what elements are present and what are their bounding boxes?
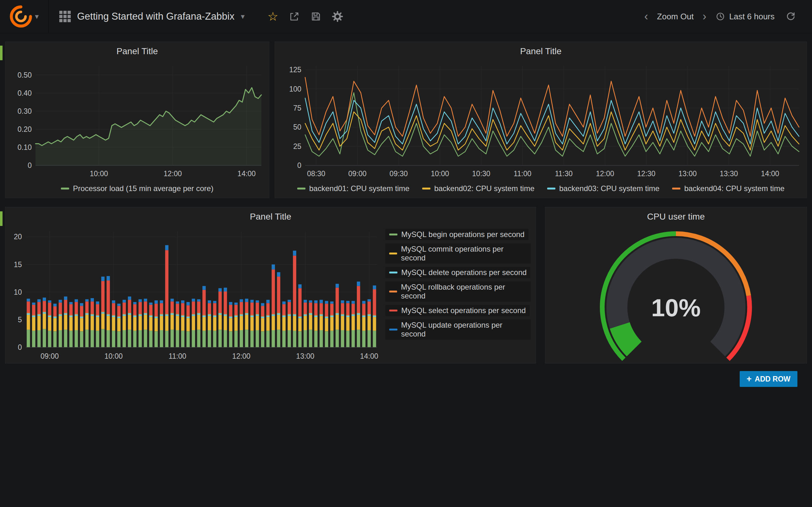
legend-item[interactable]: Processor load (15 min average per core) (61, 184, 213, 193)
svg-text:5: 5 (18, 316, 22, 324)
grafana-menu-button[interactable]: ▾ (0, 0, 49, 33)
legend-color-dash (389, 309, 397, 312)
legend-label: MySQL select operations per second (401, 306, 526, 315)
panel-title[interactable]: Panel Title (275, 42, 807, 61)
time-range-label: Last 6 hours (729, 12, 774, 21)
legend-color-dash (389, 252, 397, 255)
svg-text:0: 0 (28, 161, 32, 170)
chart-area: 0510152009:0010:0011:0012:0013:0014:00 (5, 226, 384, 363)
svg-text:50: 50 (293, 123, 301, 131)
time-shift-forward-button[interactable]: › (701, 11, 708, 22)
svg-text:09:00: 09:00 (41, 352, 59, 360)
svg-text:10:30: 10:30 (472, 170, 490, 178)
svg-text:08:30: 08:30 (307, 170, 325, 178)
mysql-operations-chart[interactable]: 0510152009:0010:0011:0012:0013:0014:00 (5, 226, 384, 362)
svg-text:14:00: 14:00 (238, 170, 256, 178)
legend-color-dash (547, 187, 555, 189)
legend-item[interactable]: backend02: CPU system time (422, 184, 535, 193)
time-controls: ‹ Zoom Out › Last 6 hours (642, 7, 812, 26)
svg-text:100: 100 (289, 85, 301, 93)
refresh-button[interactable] (781, 7, 800, 26)
svg-text:25: 25 (293, 142, 301, 151)
gear-icon (332, 11, 343, 22)
legend-item[interactable]: MySQL select operations per second (386, 305, 530, 316)
legend-color-dash (389, 329, 397, 331)
plus-icon: + (747, 375, 752, 383)
add-row-label: ADD ROW (755, 375, 791, 383)
row-handle[interactable] (0, 46, 3, 60)
legend-label: MySQL begin operations per second (401, 230, 525, 239)
legend-color-dash (389, 272, 397, 274)
processor-load-chart[interactable]: 00.100.200.300.400.5010:0012:0014:00 (5, 61, 269, 181)
svg-text:09:30: 09:30 (390, 170, 408, 178)
legend-color-dash (389, 291, 397, 292)
time-shift-back-button[interactable]: ‹ (642, 11, 650, 22)
star-button[interactable]: ☆ (264, 7, 282, 26)
chevron-right-icon: › (703, 10, 706, 23)
legend-item[interactable]: backend01: CPU system time (297, 184, 409, 193)
cpu-user-time-gauge[interactable]: 10% (545, 226, 807, 361)
legend-item[interactable]: MySQL delete operations per second (386, 267, 530, 278)
panel-cpu-system-time: Panel Title 025507510012508:3009:0009:30… (275, 42, 807, 198)
zoom-out-button[interactable]: Zoom Out (654, 10, 696, 23)
svg-text:12:30: 12:30 (637, 170, 656, 178)
legend-color-dash (297, 187, 305, 189)
legend-item[interactable]: MySQL update operations per second (386, 320, 531, 340)
navbar: ▾ Getting Started with Grafana-Zabbix ▾ … (0, 0, 812, 33)
legend-color-dash (389, 233, 397, 235)
legend-label: backend04: CPU system time (684, 184, 784, 193)
legend-item[interactable]: backend04: CPU system time (672, 184, 784, 193)
dashboard-title-button[interactable]: Getting Started with Grafana-Zabbix ▾ (49, 11, 255, 22)
legend-label: Processor load (15 min average per core) (73, 184, 213, 193)
svg-text:14:00: 14:00 (761, 170, 779, 178)
legend-item[interactable]: MySQL rollback operations per second (386, 281, 531, 302)
svg-text:0.20: 0.20 (17, 125, 32, 133)
save-button[interactable] (307, 7, 325, 26)
grafana-logo-icon (9, 5, 32, 28)
svg-text:12:00: 12:00 (164, 170, 182, 178)
row-handle[interactable] (0, 211, 3, 226)
dashboard-toolbar: ☆ (258, 7, 347, 26)
add-row-button[interactable]: + ADD ROW (740, 371, 798, 387)
legend-item[interactable]: MySQL commit operations per second (386, 243, 531, 264)
share-button[interactable] (285, 7, 304, 26)
panel-body: 0510152009:0010:0011:0012:0013:0014:00 M… (5, 226, 536, 363)
chart-legend: Processor load (15 min average per core) (5, 181, 269, 196)
svg-text:20: 20 (14, 233, 22, 241)
grafana-dashboard: ▾ Getting Started with Grafana-Zabbix ▾ … (0, 0, 812, 507)
svg-text:0.30: 0.30 (17, 107, 32, 115)
share-icon (289, 11, 300, 22)
svg-text:10%: 10% (651, 294, 701, 322)
settings-button[interactable] (328, 7, 347, 26)
panel-mysql-operations: Panel Title 0510152009:0010:0011:0012:00… (5, 207, 536, 363)
legend-item[interactable]: backend03: CPU system time (547, 184, 659, 193)
svg-text:13:30: 13:30 (720, 170, 738, 178)
legend-item[interactable]: MySQL begin operations per second (386, 229, 528, 240)
panel-title[interactable]: Panel Title (5, 207, 536, 226)
svg-text:11:00: 11:00 (169, 352, 187, 360)
svg-text:0.40: 0.40 (17, 89, 32, 97)
star-icon: ☆ (267, 10, 278, 22)
legend-color-dash (672, 187, 680, 189)
time-range-picker[interactable]: Last 6 hours (713, 9, 777, 23)
chevron-down-icon: ▾ (35, 13, 39, 20)
chart-legend: MySQL begin operations per secondMySQL c… (384, 226, 536, 363)
legend-color-dash (61, 187, 69, 189)
svg-text:11:30: 11:30 (555, 170, 572, 178)
legend-label: MySQL rollback operations per second (401, 283, 527, 300)
svg-text:15: 15 (14, 261, 22, 269)
zoom-out-label: Zoom Out (657, 12, 694, 21)
svg-text:10: 10 (14, 288, 22, 296)
svg-text:0: 0 (297, 161, 301, 170)
legend-color-dash (422, 187, 430, 189)
svg-text:12:00: 12:00 (596, 170, 614, 178)
chart-legend: backend01: CPU system timebackend02: CPU… (275, 181, 807, 196)
legend-label: MySQL commit operations per second (401, 245, 527, 262)
panel-title[interactable]: Panel Title (5, 42, 269, 61)
svg-text:10:00: 10:00 (90, 170, 108, 178)
cpu-system-time-chart[interactable]: 025507510012508:3009:0009:3010:0010:3011… (275, 61, 807, 181)
svg-text:125: 125 (289, 66, 301, 74)
save-icon (310, 11, 322, 22)
panel-title[interactable]: CPU user time (545, 207, 807, 226)
svg-text:12:00: 12:00 (232, 352, 251, 360)
